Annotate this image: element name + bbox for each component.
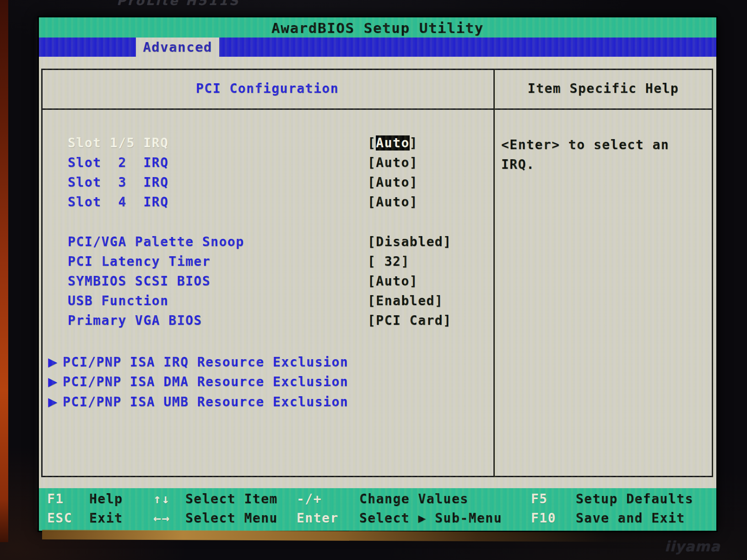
panel-title: PCI Configuration xyxy=(43,81,492,96)
bracket-open: [ xyxy=(368,254,376,269)
value-text: Enabled xyxy=(376,293,435,308)
header-separator xyxy=(43,108,712,110)
submenu-arrow-icon: ▶ xyxy=(48,355,58,369)
item-label: Slot 3 IRQ xyxy=(68,175,168,190)
tab-advanced[interactable]: Advanced xyxy=(136,38,219,57)
legend-action-help: Help xyxy=(89,491,123,506)
item-value[interactable]: [Auto] xyxy=(368,175,418,190)
bracket-close: ] xyxy=(443,313,451,328)
bracket-open: [ xyxy=(368,274,376,289)
value-text: Auto xyxy=(376,175,409,190)
legend-key-enter: Enter xyxy=(297,511,339,526)
help-text-line-1: <Enter> to select an xyxy=(501,137,669,152)
bezel-reflection xyxy=(42,530,683,542)
bracket-close: ] xyxy=(410,135,418,151)
legend-action-select-item: Select Item xyxy=(185,491,278,506)
value-text: Disabled xyxy=(376,234,443,249)
bracket-close: ] xyxy=(410,175,418,190)
submenu-pci-pnp-isa-dma-resource-exclusion[interactable]: ▶ PCI/PNP ISA DMA Resource Exclusion xyxy=(43,374,491,392)
bracket-close: ] xyxy=(410,274,418,289)
legend-action-change-values: Change Values xyxy=(359,491,469,506)
item-value[interactable]: [Auto] xyxy=(368,135,418,151)
tab-label: Advanced xyxy=(136,39,219,55)
legend-action-select-submenu: Select ▶ Sub-Menu xyxy=(359,511,502,526)
monitor-brand-logo: iiyama xyxy=(665,538,720,555)
bios-item-pci-latency-timer[interactable]: PCI Latency Timer [ 32] xyxy=(43,254,491,271)
legend-key-f1: F1 xyxy=(47,491,64,506)
item-label: PCI/VGA Palette Snoop xyxy=(68,234,244,249)
bios-item-symbios-scsi-bios[interactable]: SYMBIOS SCSI BIOS [Auto] xyxy=(43,274,491,291)
item-value[interactable]: [Disabled] xyxy=(368,234,452,249)
bios-item-slot-4-irq[interactable]: Slot 4 IRQ [Auto] xyxy=(43,194,491,212)
item-label: Slot 2 IRQ xyxy=(68,155,168,170)
legend-key-esc: ESC xyxy=(47,511,72,526)
menu-bar: Advanced xyxy=(39,38,716,57)
legend-action-save-and-exit: Save and Exit xyxy=(576,511,685,526)
bios-item-slot-2-irq[interactable]: Slot 2 IRQ [Auto] xyxy=(43,155,491,172)
help-panel-title: Item Specific Help xyxy=(495,81,712,96)
item-value[interactable]: [Auto] xyxy=(368,274,418,289)
value-text: Auto xyxy=(376,135,409,151)
legend-action-select-menu: Select Menu xyxy=(185,511,278,526)
submenu-label: PCI/PNP ISA DMA Resource Exclusion xyxy=(63,374,348,389)
legend-action-setup-defaults: Setup Defaults xyxy=(576,491,693,506)
bios-title: AwardBIOS Setup Utility xyxy=(39,20,716,36)
legend-key-updown-icon: ↑↓ xyxy=(153,491,170,506)
bracket-open: [ xyxy=(368,234,376,249)
item-label: Slot 4 IRQ xyxy=(68,194,168,210)
item-label: SYMBIOS SCSI BIOS xyxy=(68,274,211,289)
value-text: 32 xyxy=(376,254,401,269)
bracket-close: ] xyxy=(401,254,409,269)
submenu-pci-pnp-isa-irq-resource-exclusion[interactable]: ▶ PCI/PNP ISA IRQ Resource Exclusion xyxy=(43,355,491,372)
submenu-pci-pnp-isa-umb-resource-exclusion[interactable]: ▶ PCI/PNP ISA UMB Resource Exclusion xyxy=(43,394,491,412)
submenu-label: PCI/PNP ISA UMB Resource Exclusion xyxy=(63,394,348,409)
item-value[interactable]: [Auto] xyxy=(368,155,418,170)
value-text: Auto xyxy=(376,155,409,170)
item-value[interactable]: [ 32] xyxy=(368,254,410,269)
help-text-line-2: IRQ. xyxy=(501,157,535,172)
bracket-open: [ xyxy=(368,155,376,170)
bracket-close: ] xyxy=(410,155,418,170)
monitor-photo: ProLite H511S AwardBIOS Setup Utility Ad… xyxy=(0,0,747,560)
item-value[interactable]: [PCI Card] xyxy=(368,313,452,328)
item-label: Slot 1/5 IRQ xyxy=(68,135,168,151)
item-label: Primary VGA BIOS xyxy=(68,313,202,328)
item-label: PCI Latency Timer xyxy=(68,254,211,269)
submenu-label: PCI/PNP ISA IRQ Resource Exclusion xyxy=(63,355,348,370)
bios-item-pci-vga-palette-snoop[interactable]: PCI/VGA Palette Snoop [Disabled] xyxy=(43,234,491,252)
legend-key-f5: F5 xyxy=(531,491,548,506)
title-bar: AwardBIOS Setup Utility xyxy=(39,17,716,38)
bracket-open: [ xyxy=(368,135,376,151)
value-text: PCI Card xyxy=(376,313,443,328)
bracket-close: ] xyxy=(443,234,451,249)
bracket-open: [ xyxy=(368,194,376,210)
legend-key-minus-plus: -/+ xyxy=(297,491,322,506)
bracket-open: [ xyxy=(368,175,376,190)
bracket-open: [ xyxy=(368,313,376,328)
submenu-arrow-icon: ▶ xyxy=(48,375,58,388)
item-value[interactable]: [Enabled] xyxy=(368,293,443,308)
legend-key-f10: F10 xyxy=(531,511,556,526)
legend-action-exit: Exit xyxy=(89,511,123,526)
bracket-close: ] xyxy=(435,293,443,308)
legend-key-leftright-icon: ←→ xyxy=(153,511,170,526)
bios-item-slot-1-5-irq[interactable]: Slot 1/5 IRQ [Auto] xyxy=(43,135,491,153)
item-value[interactable]: [Auto] xyxy=(368,194,418,210)
value-text: Auto xyxy=(376,194,409,210)
bracket-open: [ xyxy=(368,293,376,308)
value-text: Auto xyxy=(376,274,409,289)
legend-bar: F1 Help ↑↓ Select Item -/+ Change Values… xyxy=(39,488,716,531)
pci-configuration-panel: PCI Configuration Item Specific Help Slo… xyxy=(41,69,713,477)
submenu-arrow-icon: ▶ xyxy=(48,395,58,409)
bios-item-usb-function[interactable]: USB Function [Enabled] xyxy=(43,293,491,311)
bios-screen: AwardBIOS Setup Utility Advanced PCI Con… xyxy=(39,17,716,531)
item-label: USB Function xyxy=(68,293,168,308)
background-stripe xyxy=(0,0,8,542)
panel-divider xyxy=(493,70,495,476)
monitor-model-label: ProLite H511S xyxy=(117,0,240,8)
bios-item-slot-3-irq[interactable]: Slot 3 IRQ [Auto] xyxy=(43,175,491,192)
bios-item-primary-vga-bios[interactable]: Primary VGA BIOS [PCI Card] xyxy=(43,313,491,330)
bracket-close: ] xyxy=(410,194,418,210)
